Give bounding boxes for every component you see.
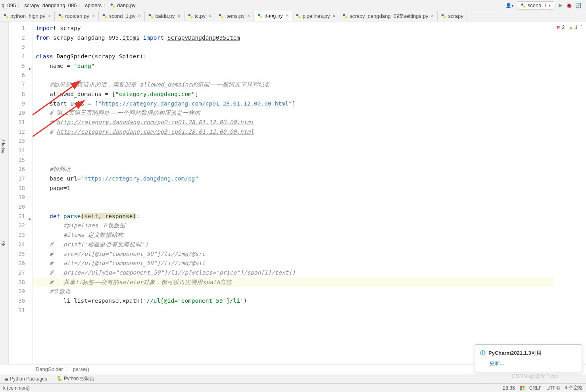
rail-item[interactable]: apy xyxy=(0,139,8,146)
svg-rect-7 xyxy=(61,16,63,18)
rail-item[interactable]: esp xyxy=(0,146,8,154)
tab-python-hign[interactable]: python_hign.py✕ xyxy=(0,11,55,21)
line-number-gutter: 1 2 3 4 5 6 7 8 9 10 11 12 13 14 15 16 1… xyxy=(9,21,33,364)
update-notification[interactable]: ⓘ PyCharm2021.1.3可用 更新... xyxy=(475,344,582,372)
debug-button[interactable]: 🐞 xyxy=(566,3,572,8)
run-button[interactable] xyxy=(557,3,563,8)
chevron-right-icon: 〉 xyxy=(103,2,108,9)
svg-rect-1 xyxy=(113,6,115,8)
warning-icon: ▲ xyxy=(569,25,573,30)
chevron-right-icon: 〉 xyxy=(17,2,23,9)
svg-rect-20 xyxy=(343,14,345,16)
svg-rect-15 xyxy=(221,16,223,18)
svg-rect-13 xyxy=(190,16,192,18)
close-icon[interactable]: ✕ xyxy=(285,13,289,18)
svg-rect-19 xyxy=(298,16,300,18)
svg-rect-26 xyxy=(520,386,522,388)
chevron-down-icon: ▾ xyxy=(549,3,551,8)
close-icon[interactable]: ✕ xyxy=(92,13,95,19)
breadcrumb-item[interactable]: dang.py xyxy=(117,2,135,8)
left-tool-rail[interactable]: apy esp \py xyxy=(0,21,9,364)
indent-setting[interactable]: 4 个空格 xyxy=(565,384,583,391)
notification-title: PyCharm2021.1.3可用 xyxy=(488,350,542,357)
breadcrumb-item[interactable]: scrapy_dangdang_095 xyxy=(24,2,77,8)
svg-rect-12 xyxy=(188,14,190,16)
close-icon[interactable]: ✕ xyxy=(247,13,250,19)
svg-rect-14 xyxy=(219,14,221,16)
svg-rect-8 xyxy=(103,14,105,16)
svg-rect-2 xyxy=(521,3,523,5)
close-icon[interactable]: ✕ xyxy=(48,13,51,19)
toolbar-right: 👤▾ scond_1 ▾ 🐞 🔄 xyxy=(505,1,584,10)
top-bar: g_095 〉 scrapy_dangdang_095 〉 spiders 〉 … xyxy=(0,0,586,11)
bottom-tool-bar: ≣ Python Packages 🐍 Python 控制台 xyxy=(0,374,586,383)
python-console-tool[interactable]: 🐍 Python 控制台 xyxy=(57,375,94,382)
svg-rect-4 xyxy=(4,14,6,16)
svg-rect-23 xyxy=(444,16,446,18)
svg-rect-21 xyxy=(345,16,347,18)
tab-pipelines[interactable]: pipelines.py✕ xyxy=(292,11,340,21)
sync-button[interactable]: 🔄 xyxy=(575,3,581,8)
tab-baidu[interactable]: baidu.py✕ xyxy=(145,11,184,21)
update-link[interactable]: 更新... xyxy=(490,360,577,367)
editor-area: apy esp \py 1 2 3 4 5 6 7 8 9 10 11 12 1… xyxy=(0,21,586,364)
svg-rect-5 xyxy=(6,16,8,18)
tab-scond1[interactable]: scond_1.py✕ xyxy=(99,11,145,21)
svg-rect-28 xyxy=(520,388,522,390)
chevron-right-icon: 〉 xyxy=(78,2,83,9)
close-icon[interactable]: ✕ xyxy=(138,13,141,19)
info-icon: ⓘ xyxy=(480,350,485,357)
svg-rect-11 xyxy=(151,16,153,18)
user-icon[interactable]: 👤▾ xyxy=(505,3,514,8)
svg-rect-27 xyxy=(523,386,525,388)
tab-tc[interactable]: tc.py✕ xyxy=(184,11,215,21)
svg-rect-6 xyxy=(59,14,61,16)
python-icon xyxy=(521,3,526,8)
crumb-method[interactable]: parse() xyxy=(73,366,89,372)
python-file-icon xyxy=(110,3,115,8)
svg-rect-18 xyxy=(296,14,298,16)
packages-icon: ≣ xyxy=(5,376,9,382)
run-config-dropdown[interactable]: scond_1 ▾ xyxy=(517,1,554,10)
editor-tab-bar: python_hign.py✕ rootcan.py✕ scond_1.py✕ … xyxy=(0,11,586,21)
code-editor[interactable]: import scrapy from scrapy_dangdang_095.i… xyxy=(33,21,554,364)
windows-icon xyxy=(520,386,525,390)
tab-rootcan[interactable]: rootcan.py✕ xyxy=(55,11,99,21)
inspection-widget[interactable]: ✖2 ▲1 ˇ xyxy=(554,21,586,364)
close-icon[interactable]: ✕ xyxy=(430,13,434,19)
svg-rect-0 xyxy=(111,3,113,5)
svg-rect-17 xyxy=(260,16,262,18)
close-icon[interactable]: ✕ xyxy=(177,13,181,19)
rail-item[interactable]: \py xyxy=(0,240,8,246)
close-icon[interactable]: ✕ xyxy=(208,13,211,19)
breadcrumb[interactable]: g_095 〉 scrapy_dangdang_095 〉 spiders 〉 … xyxy=(2,2,505,9)
svg-rect-9 xyxy=(105,16,107,18)
run-config-label: scond_1 xyxy=(528,2,547,8)
error-icon: ✖ xyxy=(556,25,560,30)
close-icon[interactable]: ✕ xyxy=(332,13,336,19)
line-separator[interactable]: CRLF xyxy=(529,385,542,391)
status-message: k (comment) xyxy=(3,385,503,391)
chevron-right-icon: 〉 xyxy=(65,366,71,373)
crumb-class[interactable]: DangSpider xyxy=(36,366,63,372)
python-icon: 🐍 xyxy=(57,376,63,381)
svg-rect-3 xyxy=(523,6,525,8)
file-encoding[interactable]: UTF-8 xyxy=(546,385,560,391)
watermark: CSDN @喜欢下雨t xyxy=(511,373,558,380)
tab-settings[interactable]: scrapy_dangdang_095\settings.py✕ xyxy=(339,11,438,21)
tab-scrapy[interactable]: scrapy xyxy=(438,11,467,21)
svg-rect-10 xyxy=(149,14,151,16)
svg-rect-29 xyxy=(523,388,525,390)
breadcrumb-item[interactable]: g_095 xyxy=(2,2,16,8)
chevron-icon: ˇ xyxy=(580,25,582,30)
cursor-position[interactable]: 28:35 xyxy=(503,385,515,391)
tab-dang[interactable]: dang.py✕ xyxy=(254,11,292,21)
svg-rect-22 xyxy=(442,14,444,16)
svg-rect-16 xyxy=(258,13,260,15)
status-bar: k (comment) 28:35 CRLF UTF-8 4 个空格 xyxy=(0,383,586,392)
python-packages-tool[interactable]: ≣ Python Packages xyxy=(5,376,47,382)
tab-items[interactable]: items.py✕ xyxy=(215,11,254,21)
breadcrumb-item[interactable]: spiders xyxy=(85,2,102,8)
